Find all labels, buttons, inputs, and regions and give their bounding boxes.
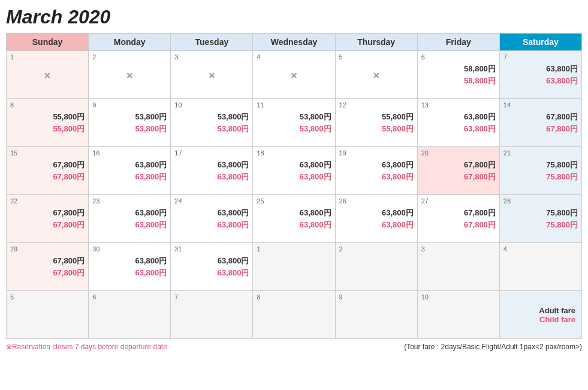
- day-number: 8: [257, 293, 331, 301]
- day-number: 1: [10, 53, 85, 61]
- child-fare: 67,800円: [421, 171, 496, 183]
- day-number: 6: [92, 293, 167, 301]
- adult-fare: 63,800円: [257, 159, 331, 171]
- child-fare: 58,800円: [421, 75, 496, 87]
- col-header-sunday: Sunday: [7, 34, 89, 51]
- calendar-cell: 9: [335, 291, 417, 339]
- day-number: 14: [503, 101, 578, 109]
- reservation-note: ※Reservation closes 7 days before depart…: [6, 343, 167, 351]
- adult-fare: 63,800円: [174, 207, 249, 219]
- child-fare: 63,800円: [174, 267, 249, 279]
- calendar-cell: 3063,800円63,800円: [89, 243, 171, 291]
- calendar-cell: 1363,800円63,800円: [417, 99, 499, 147]
- day-number: 29: [10, 245, 85, 253]
- adult-fare: 63,800円: [92, 255, 167, 267]
- adult-fare: 63,800円: [339, 207, 414, 219]
- day-number: 28: [503, 197, 578, 205]
- col-header-thursday: Thursday: [335, 34, 417, 51]
- day-number: 25: [257, 197, 331, 205]
- day-number: 27: [421, 197, 496, 205]
- tour-note: (Tour fare : 2days/Basic Flight/Adult 1p…: [404, 343, 582, 351]
- day-number: 15: [10, 149, 85, 157]
- adult-fare: 67,800円: [503, 111, 578, 123]
- day-number: 9: [339, 293, 414, 301]
- day-number: 21: [503, 149, 578, 157]
- day-number: 3: [174, 53, 249, 61]
- day-number: 16: [92, 149, 167, 157]
- calendar-cell: 2067,800円67,800円: [417, 147, 499, 195]
- day-number: 20: [421, 149, 496, 157]
- calendar-cell: 1567,800円67,800円: [7, 147, 89, 195]
- no-flight-mark: ×: [257, 70, 331, 82]
- child-fare: 55,800円: [339, 123, 414, 135]
- adult-fare: 67,800円: [421, 159, 496, 171]
- calendar-cell: 1663,800円63,800円: [89, 147, 171, 195]
- child-fare: 67,800円: [10, 171, 85, 183]
- calendar-cell: 658,800円58,800円: [417, 51, 499, 99]
- day-number: 4: [257, 53, 331, 61]
- calendar-cell: 2267,800円67,800円: [7, 195, 89, 243]
- day-number: 1: [257, 245, 331, 253]
- adult-fare: 55,800円: [10, 111, 85, 123]
- child-fare: 53,800円: [257, 123, 331, 135]
- calendar-cell: 3163,800円63,800円: [171, 243, 253, 291]
- adult-fare: 53,800円: [174, 111, 249, 123]
- day-number: 2: [92, 53, 167, 61]
- calendar-cell: 7: [171, 291, 253, 339]
- day-number: 31: [174, 245, 249, 253]
- calendar-cell: 2: [335, 243, 417, 291]
- calendar-cell: 1467,800円67,800円: [499, 99, 581, 147]
- col-header-wednesday: Wednesday: [253, 34, 335, 51]
- day-number: 6: [421, 53, 496, 61]
- day-number: 17: [174, 149, 249, 157]
- child-fare: 63,800円: [92, 171, 167, 183]
- day-number: 13: [421, 101, 496, 109]
- child-fare: 75,800円: [503, 171, 578, 183]
- col-header-saturday: Saturday: [499, 34, 581, 51]
- calendar-cell: 1255,800円55,800円: [335, 99, 417, 147]
- calendar-cell: 1×: [7, 51, 89, 99]
- child-fare: 63,800円: [174, 171, 249, 183]
- child-fare: 67,800円: [503, 123, 578, 135]
- footer: ※Reservation closes 7 days before depart…: [6, 343, 582, 351]
- calendar-cell: 1153,800円53,800円: [253, 99, 335, 147]
- calendar-cell: 953,800円53,800円: [89, 99, 171, 147]
- calendar-cell: 2967,800円67,800円: [7, 243, 89, 291]
- child-fare: 63,800円: [92, 267, 167, 279]
- adult-fare: 63,800円: [174, 159, 249, 171]
- legend-adult-label: Adult fare: [506, 306, 575, 315]
- child-fare: 67,800円: [421, 219, 496, 231]
- child-fare: 55,800円: [10, 123, 85, 135]
- page-title: March 2020: [6, 6, 582, 28]
- calendar-cell: 855,800円55,800円: [7, 99, 89, 147]
- day-number: 5: [339, 53, 414, 61]
- day-number: 22: [10, 197, 85, 205]
- calendar-cell: 5×: [335, 51, 417, 99]
- day-number: 4: [503, 245, 578, 253]
- adult-fare: 67,800円: [10, 207, 85, 219]
- calendar-cell: Adult fareChild fare: [499, 291, 581, 339]
- day-number: 11: [257, 101, 331, 109]
- legend-child-label: Child fare: [506, 315, 575, 324]
- day-number: 10: [421, 293, 496, 301]
- child-fare: 53,800円: [92, 123, 167, 135]
- adult-fare: 63,800円: [174, 255, 249, 267]
- day-number: 12: [339, 101, 414, 109]
- col-header-friday: Friday: [417, 34, 499, 51]
- adult-fare: 63,800円: [92, 159, 167, 171]
- adult-fare: 75,800円: [503, 207, 578, 219]
- child-fare: 63,800円: [92, 219, 167, 231]
- calendar-cell: 3: [417, 243, 499, 291]
- col-header-monday: Monday: [89, 34, 171, 51]
- child-fare: 63,800円: [339, 219, 414, 231]
- adult-fare: 63,800円: [92, 207, 167, 219]
- calendar-cell: 2767,800円67,800円: [417, 195, 499, 243]
- child-fare: 67,800円: [10, 219, 85, 231]
- calendar-cell: 10: [417, 291, 499, 339]
- day-number: 7: [503, 53, 578, 61]
- adult-fare: 58,800円: [421, 63, 496, 75]
- day-number: 10: [174, 101, 249, 109]
- no-flight-mark: ×: [174, 70, 249, 82]
- calendar-cell: 2663,800円63,800円: [335, 195, 417, 243]
- day-number: 26: [339, 197, 414, 205]
